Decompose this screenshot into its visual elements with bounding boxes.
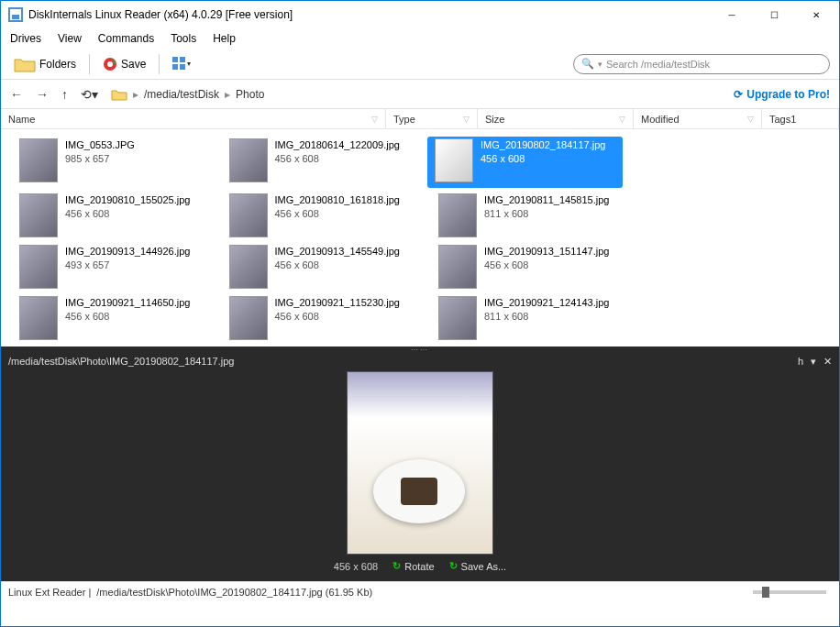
- filter-icon[interactable]: ▽: [371, 115, 378, 124]
- search-icon: 🔍: [581, 58, 594, 70]
- breadcrumb-part1[interactable]: /media/testDisk: [144, 88, 219, 101]
- file-item[interactable]: IMG_20190811_145815.jpg811 x 608: [420, 190, 630, 241]
- file-item[interactable]: IMG_20190913_151147.jpg456 x 608: [420, 241, 630, 292]
- file-item[interactable]: IMG_20190810_161818.jpg456 x 608: [211, 190, 421, 241]
- preview-image[interactable]: [347, 371, 493, 555]
- file-name: IMG_20180614_122009.jpg: [275, 138, 400, 152]
- file-name: IMG_0553.JPG: [65, 138, 135, 152]
- column-name[interactable]: Name▽: [1, 109, 386, 128]
- menu-drives[interactable]: Drives: [10, 32, 41, 45]
- preview-pin-button[interactable]: h: [798, 356, 803, 368]
- file-name: IMG_20190921_124143.jpg: [484, 296, 609, 310]
- file-dimensions: 456 x 608: [275, 258, 400, 272]
- file-dimensions: 811 x 608: [484, 207, 609, 221]
- menu-tools[interactable]: Tools: [171, 32, 196, 45]
- menu-help[interactable]: Help: [213, 32, 236, 45]
- status-reader: Linux Ext Reader |: [8, 587, 91, 598]
- up-button[interactable]: ↑: [61, 87, 68, 102]
- menubar: Drives View Commands Tools Help: [1, 28, 839, 49]
- menu-commands[interactable]: Commands: [98, 32, 154, 45]
- file-thumbnail: [229, 296, 268, 340]
- column-modified[interactable]: Modified▽: [634, 109, 762, 128]
- preview-body: [1, 371, 839, 555]
- status-path: /media/testDisk\Photo\IMG_20190802_18411…: [96, 587, 372, 598]
- toolbar-divider-2: [159, 54, 160, 74]
- breadcrumb-separator-icon: ▸: [133, 88, 138, 101]
- search-dropdown-icon[interactable]: ▾: [598, 60, 602, 69]
- column-tags1[interactable]: Tags1: [762, 109, 839, 128]
- folder-icon: [14, 55, 36, 73]
- file-area: IMG_0553.JPG985 x 657IMG_20180614_122009…: [1, 129, 839, 346]
- svg-rect-2: [12, 15, 19, 19]
- folder-path-icon: [111, 88, 127, 101]
- file-item[interactable]: IMG_20190921_115230.jpg456 x 608: [211, 292, 421, 344]
- file-item[interactable]: IMG_0553.JPG985 x 657: [1, 135, 211, 186]
- file-item[interactable]: IMG_20190921_114650.jpg456 x 608: [1, 292, 211, 344]
- file-item[interactable]: IMG_20190913_145549.jpg456 x 608: [211, 241, 421, 292]
- statusbar: Linux Ext Reader | /media/testDisk\Photo…: [1, 581, 839, 601]
- breadcrumb-part2[interactable]: Photo: [236, 88, 264, 101]
- file-item[interactable]: IMG_20180614_122009.jpg456 x 608: [211, 135, 421, 186]
- save-button[interactable]: Save: [99, 55, 149, 73]
- back-button[interactable]: ←: [10, 87, 23, 102]
- file-name: IMG_20190921_115230.jpg: [275, 296, 400, 310]
- menu-view[interactable]: View: [58, 32, 82, 45]
- app-icon: [8, 7, 23, 22]
- upgrade-link[interactable]: ⟳ Upgrade to Pro!: [734, 88, 830, 101]
- forward-button[interactable]: →: [36, 87, 49, 102]
- preview-dropdown-icon[interactable]: ▾: [811, 356, 816, 368]
- column-size[interactable]: Size▽: [478, 109, 634, 128]
- filter-icon[interactable]: ▽: [619, 115, 625, 124]
- history-button[interactable]: ⟲▾: [81, 87, 98, 102]
- upgrade-label: Upgrade to Pro!: [746, 88, 830, 101]
- minimize-button[interactable]: ─: [711, 1, 753, 28]
- maximize-button[interactable]: ☐: [753, 1, 795, 28]
- file-thumbnail: [438, 245, 477, 289]
- filter-icon[interactable]: ▽: [463, 115, 470, 124]
- close-button[interactable]: ✕: [795, 1, 837, 28]
- file-name: IMG_20190913_151147.jpg: [484, 245, 609, 258]
- file-thumbnail: [438, 296, 477, 340]
- file-thumbnail: [229, 193, 268, 237]
- zoom-slider[interactable]: [753, 590, 826, 594]
- file-thumbnail: [229, 138, 268, 182]
- breadcrumb[interactable]: ▸ /media/testDisk ▸ Photo: [111, 88, 264, 101]
- breadcrumb-separator-icon: ▸: [225, 88, 230, 101]
- filter-icon[interactable]: ▽: [747, 115, 754, 124]
- preview-path: /media/testDisk\Photo\IMG_20190802_18411…: [8, 356, 234, 368]
- file-dimensions: 456 x 608: [484, 258, 609, 272]
- file-thumbnail: [435, 138, 473, 182]
- svg-rect-8: [180, 64, 185, 70]
- file-item[interactable]: IMG_20190810_155025.jpg456 x 608: [1, 190, 211, 241]
- preview-footer: 456 x 608 ↻Rotate ↻Save As...: [1, 555, 839, 578]
- preview-header: /media/testDisk\Photo\IMG_20190802_18411…: [1, 352, 839, 371]
- svg-rect-6: [180, 57, 185, 62]
- file-item[interactable]: IMG_20190921_124143.jpg811 x 608: [420, 292, 630, 344]
- folders-button[interactable]: Folders: [10, 53, 80, 75]
- preview-close-icon[interactable]: ✕: [823, 356, 832, 368]
- svg-rect-7: [172, 64, 178, 70]
- rotate-icon: ↻: [392, 560, 401, 572]
- save-as-button[interactable]: ↻Save As...: [449, 560, 507, 572]
- navbar: ← → ↑ ⟲▾ ▸ /media/testDisk ▸ Photo ⟳ Upg…: [1, 80, 839, 109]
- preview-panel: /media/testDisk\Photo\IMG_20190802_18411…: [1, 352, 839, 581]
- rotate-button[interactable]: ↻Rotate: [392, 560, 434, 572]
- column-type[interactable]: Type▽: [386, 109, 478, 128]
- file-dimensions: 985 x 657: [65, 152, 135, 166]
- file-dimensions: 456 x 608: [65, 207, 190, 221]
- file-thumbnail: [229, 245, 268, 289]
- preview-dimensions: 456 x 608: [334, 561, 378, 572]
- grid-view-icon: [172, 57, 191, 72]
- file-item[interactable]: IMG_20190802_184117.jpg456 x 608: [427, 137, 623, 188]
- file-thumbnail: [19, 245, 58, 289]
- zoom-slider-thumb[interactable]: [762, 587, 769, 598]
- view-mode-button[interactable]: [169, 55, 194, 73]
- file-item[interactable]: IMG_20190913_144926.jpg493 x 657: [1, 241, 211, 292]
- file-dimensions: 456 x 608: [275, 207, 400, 221]
- file-dimensions: 456 x 608: [481, 152, 605, 166]
- search-input[interactable]: 🔍 ▾ Search /media/testDisk: [573, 54, 830, 74]
- file-name: IMG_20190802_184117.jpg: [481, 138, 605, 152]
- disk-save-icon: [103, 57, 117, 72]
- folders-label: Folders: [39, 58, 76, 71]
- file-dimensions: 456 x 608: [275, 310, 400, 324]
